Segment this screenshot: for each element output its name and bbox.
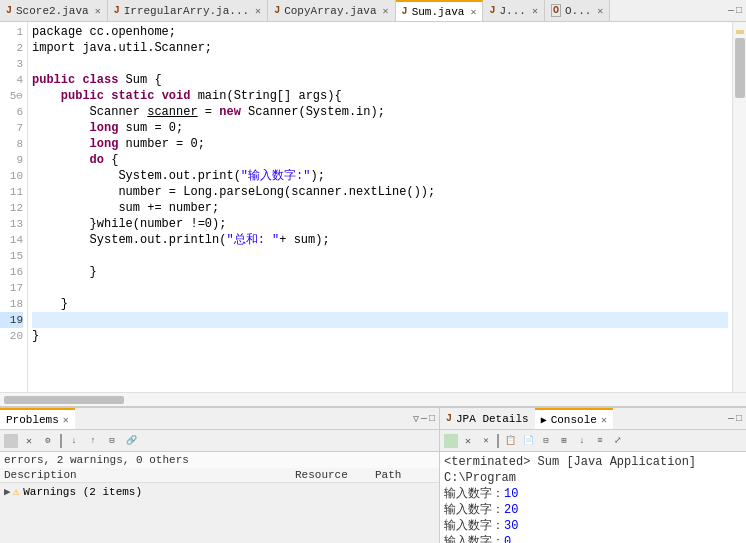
problems-table-header: Description Resource Path xyxy=(0,468,439,483)
code-line-10: System.out.print("输入数字:"); xyxy=(32,168,728,184)
problems-link-btn[interactable]: 🔗 xyxy=(123,433,139,449)
col-description: Description xyxy=(4,469,295,481)
console-line-2: 输入数字：20 xyxy=(444,502,742,518)
tab-close-sum[interactable]: ✕ xyxy=(470,6,476,18)
jpa-tab-label: JPA Details xyxy=(456,413,529,425)
code-line-5: public static void main(String[] args){ xyxy=(32,88,728,104)
console-tab[interactable]: ▶ Console ✕ xyxy=(535,408,613,429)
console-btn4[interactable]: 📋 xyxy=(502,433,518,449)
console-btn7[interactable]: ⊞ xyxy=(556,433,572,449)
problems-maximize-btn[interactable]: □ xyxy=(429,413,435,424)
console-separator xyxy=(497,434,499,448)
line-numbers: 1 2 3 4 5⊖ 6 7 8 9 10 11 12 13 14 15 16 … xyxy=(0,22,28,392)
problems-tab-close[interactable]: ✕ xyxy=(63,414,69,426)
tab-close-score2[interactable]: ✕ xyxy=(95,5,101,17)
editor-area: 1 2 3 4 5⊖ 6 7 8 9 10 11 12 13 14 15 16 … xyxy=(0,22,746,392)
tab-label: O... xyxy=(565,5,591,17)
warnings-label: Warnings (2 items) xyxy=(23,486,142,498)
console-terminate-btn[interactable]: ✕ xyxy=(460,433,476,449)
problems-tab[interactable]: Problems ✕ xyxy=(0,408,75,429)
tab-label: Score2.java xyxy=(16,5,89,17)
java-file-icon: J xyxy=(489,5,495,16)
code-line-7: long sum = 0; xyxy=(32,120,728,136)
toolbar-separator xyxy=(60,434,62,448)
bottom-panels: Problems ✕ ▽ — □ ✕ ⚙ ↓ ↑ ⊟ 🔗 errors, 2 w… xyxy=(0,406,746,543)
code-line-3 xyxy=(32,56,728,72)
console-tab-label: Console xyxy=(551,414,597,426)
problems-toolbar-btn2[interactable]: ✕ xyxy=(21,433,37,449)
problems-toolbar-btn1[interactable] xyxy=(4,434,18,448)
code-line-17 xyxy=(32,280,728,296)
code-editor[interactable]: package cc.openhome; import java.util.Sc… xyxy=(28,22,732,392)
code-line-12: sum += number; xyxy=(32,200,728,216)
problems-summary: errors, 2 warnings, 0 others xyxy=(0,452,439,468)
minimize-editor-btn[interactable]: — xyxy=(728,5,734,16)
tab-label: J... xyxy=(499,5,525,17)
console-btn1[interactable] xyxy=(444,434,458,448)
tab-j[interactable]: J J... ✕ xyxy=(483,0,544,21)
horizontal-scrollbar[interactable] xyxy=(0,392,746,406)
problems-collapse-btn[interactable]: ⊟ xyxy=(104,433,120,449)
code-line-13: }while(number !=0); xyxy=(32,216,728,232)
problems-tab-label: Problems xyxy=(6,414,59,426)
tab-irregulararry[interactable]: J IrregularArry.ja... ✕ xyxy=(108,0,268,21)
tab-label: IrregularArry.ja... xyxy=(124,5,249,17)
console-btn6[interactable]: ⊟ xyxy=(538,433,554,449)
jpa-icon: J xyxy=(446,413,452,424)
code-line-9: do { xyxy=(32,152,728,168)
console-output: <terminated> Sum [Java Application] C:\P… xyxy=(440,452,746,543)
console-btn10[interactable]: ⤢ xyxy=(610,433,626,449)
editor-tab-controls: — □ xyxy=(728,5,746,16)
code-line-16: } xyxy=(32,264,728,280)
java-file-icon: J xyxy=(274,5,280,16)
maximize-editor-btn[interactable]: □ xyxy=(736,5,742,16)
java-file-icon: O xyxy=(551,4,561,17)
console-section: J JPA Details ▶ Console ✕ — □ ✕ ✕ 📋 📄 ⊟ … xyxy=(440,408,746,543)
code-line-8: long number = 0; xyxy=(32,136,728,152)
console-btn3[interactable]: ✕ xyxy=(478,433,494,449)
tab-o[interactable]: O O... ✕ xyxy=(545,0,610,21)
console-icon: ▶ xyxy=(541,414,547,426)
code-line-1: package cc.openhome; xyxy=(32,24,728,40)
warning-icon: ⚠ xyxy=(13,485,20,498)
console-tab-bar: J JPA Details ▶ Console ✕ — □ xyxy=(440,408,746,430)
console-minimize-btn[interactable]: — xyxy=(728,413,734,424)
tab-close-j[interactable]: ✕ xyxy=(532,5,538,17)
problems-toolbar: ✕ ⚙ ↓ ↑ ⊟ 🔗 xyxy=(0,430,439,452)
vertical-scrollbar[interactable] xyxy=(732,22,746,392)
tab-close-copyarray[interactable]: ✕ xyxy=(383,5,389,17)
scroll-thumb-v[interactable] xyxy=(735,38,745,98)
code-line-18: } xyxy=(32,296,728,312)
editor-tab-bar: J Score2.java ✕ J IrregularArry.ja... ✕ … xyxy=(0,0,746,22)
code-line-20: } xyxy=(32,328,728,344)
problems-filter-btn[interactable]: ▽ xyxy=(413,413,419,425)
tab-score2[interactable]: J Score2.java ✕ xyxy=(0,0,108,21)
console-tab-close[interactable]: ✕ xyxy=(601,414,607,426)
jpa-details-tab[interactable]: J JPA Details xyxy=(440,408,535,429)
code-line-19 xyxy=(32,312,728,328)
problems-minimize-btn[interactable]: — xyxy=(421,413,427,424)
console-maximize-btn[interactable]: □ xyxy=(736,413,742,424)
console-btn8[interactable]: ↓ xyxy=(574,433,590,449)
tab-label: CopyArray.java xyxy=(284,5,376,17)
java-file-icon: J xyxy=(6,5,12,16)
java-file-icon: J xyxy=(402,6,408,17)
console-panel-controls: — □ xyxy=(728,413,746,424)
tab-sum[interactable]: J Sum.java ✕ xyxy=(396,0,484,21)
tab-close-o[interactable]: ✕ xyxy=(597,5,603,17)
console-btn5[interactable]: 📄 xyxy=(520,433,536,449)
problems-panel-controls: ▽ — □ xyxy=(413,413,439,425)
problems-toolbar-btn5[interactable]: ↑ xyxy=(85,433,101,449)
problems-toolbar-btn3[interactable]: ⚙ xyxy=(40,433,56,449)
code-line-4: public class Sum { xyxy=(32,72,728,88)
console-line-3: 输入数字：30 xyxy=(444,518,742,534)
problems-toolbar-btn4[interactable]: ↓ xyxy=(66,433,82,449)
warnings-row[interactable]: ▶ ⚠ Warnings (2 items) xyxy=(0,483,439,500)
console-toolbar: ✕ ✕ 📋 📄 ⊟ ⊞ ↓ ≡ ⤢ xyxy=(440,430,746,452)
code-line-2: import java.util.Scanner; xyxy=(32,40,728,56)
tab-copyarray[interactable]: J CopyArray.java ✕ xyxy=(268,0,395,21)
console-btn9[interactable]: ≡ xyxy=(592,433,608,449)
scroll-thumb-h[interactable] xyxy=(4,396,124,404)
tab-close-irregular[interactable]: ✕ xyxy=(255,5,261,17)
tab-label: Sum.java xyxy=(412,6,465,18)
